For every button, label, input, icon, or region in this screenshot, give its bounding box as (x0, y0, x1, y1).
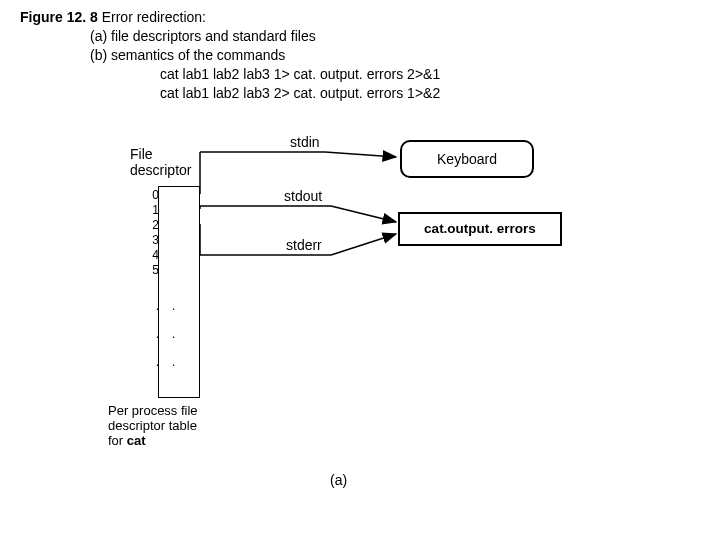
fd-row: . (145, 299, 159, 313)
fd-table-caption: Per process file descriptor table for ca… (108, 404, 258, 449)
svg-line-1 (325, 152, 396, 157)
figure-title: Error redirection: (102, 9, 206, 25)
keyboard-box: Keyboard (400, 140, 534, 178)
file-descriptor-label: File descriptor (130, 146, 220, 178)
fd-row: 4 (145, 248, 159, 262)
figure-label: Figure 12. 8 (20, 9, 98, 25)
fd-col-dot: . (172, 327, 175, 341)
fd-row: 0 (145, 188, 159, 202)
fd-row: . (145, 327, 159, 341)
caption-cmd-2: cat lab1 lab2 lab3 2> cat. output. error… (160, 84, 440, 103)
diagram-area: File descriptor 0 1 2 3 4 5 . . . . . . … (90, 140, 650, 510)
fd-caption-cat: cat (127, 433, 146, 448)
fd-row: 1 (145, 203, 159, 217)
stdin-label: stdin (290, 134, 320, 150)
subfigure-label: (a) (330, 472, 347, 488)
figure-caption: Figure 12. 8 Error redirection: (a) file… (20, 8, 440, 102)
caption-line-a: (a) file descriptors and standard files (90, 27, 440, 46)
fd-label-line1: File (130, 146, 153, 162)
svg-line-3 (331, 206, 396, 222)
file-descriptor-table: 0 1 2 3 4 5 . . . . . . (158, 186, 200, 398)
fd-caption-for: for (108, 433, 127, 448)
fd-row: 5 (145, 263, 159, 277)
fd-col-dot: . (172, 299, 175, 313)
fd-caption-l2: descriptor table (108, 418, 197, 433)
output-file-box: cat.output. errors (398, 212, 562, 246)
fd-col-dot: . (172, 355, 175, 369)
caption-cmd-1: cat lab1 lab2 lab3 1> cat. output. error… (160, 65, 440, 84)
fd-row: . (145, 355, 159, 369)
stderr-label: stderr (286, 237, 322, 253)
stdout-label: stdout (284, 188, 322, 204)
fd-label-line2: descriptor (130, 162, 191, 178)
fd-caption-l1: Per process file (108, 403, 198, 418)
svg-line-5 (331, 234, 396, 255)
fd-row: 2 (145, 218, 159, 232)
caption-line-b: (b) semantics of the commands (90, 46, 440, 65)
fd-row: 3 (145, 233, 159, 247)
